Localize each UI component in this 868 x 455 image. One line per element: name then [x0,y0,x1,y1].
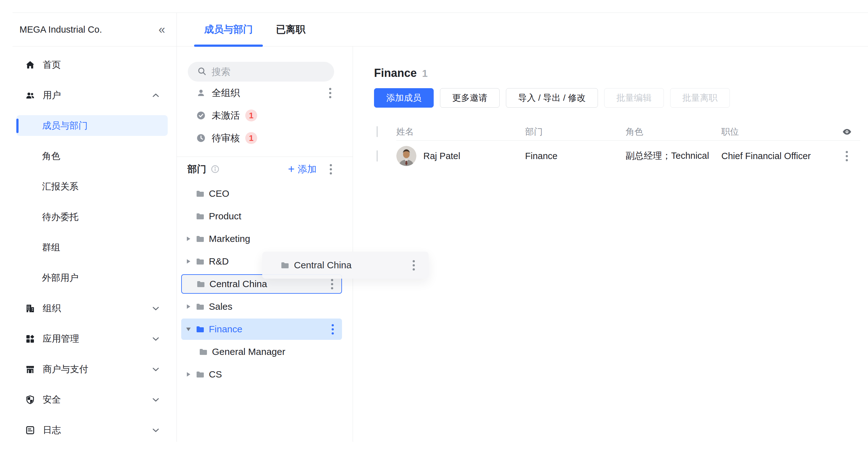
expand-arrow-icon[interactable] [186,372,191,377]
chevron-down-icon[interactable] [151,304,160,313]
app-header: MEGA Industrial Co. « 成员与部门 已离职 [12,13,868,46]
users-icon [25,90,35,100]
tree-node-general-manager[interactable]: General Manager [181,340,342,363]
search-box[interactable] [188,62,334,82]
divider [177,157,353,157]
expand-arrow-icon[interactable] [186,304,191,309]
row-more-menu-icon[interactable] [846,151,848,161]
department-more-menu-icon[interactable] [330,164,332,174]
more-invites-button[interactable]: 更多邀请 [440,88,500,108]
app-frame: MEGA Industrial Co. « 成员与部门 已离职 首页 [12,12,868,442]
filter-inactive[interactable]: 未激活 1 [177,104,353,127]
sidebar-item-merchants-payments[interactable]: 商户与支付 [12,354,177,384]
sidebar-item-logs[interactable]: 日志 [12,415,177,445]
collapse-arrow-icon[interactable] [186,328,191,331]
page-title: Finance [374,67,417,80]
tree-node-label: CEO [209,188,229,199]
sidebar-item-members-departments[interactable]: 成员与部门 [12,110,177,141]
sidebar-item-todo-delegation[interactable]: 待办委托 [12,202,177,232]
tree-node-label: Sales [209,301,232,312]
sidebar-item-external-users[interactable]: 外部用户 [12,263,177,293]
member-role: 副总经理；Technical [626,150,721,162]
folder-icon [196,280,206,289]
node-more-menu-icon[interactable] [332,324,334,334]
inactive-count-badge: 1 [245,109,257,122]
avatar [396,146,416,166]
chevron-up-icon[interactable] [151,91,160,100]
department-section-header: 部门 + 添加 [177,158,353,181]
sidebar-item-label: 待办委托 [42,211,79,223]
plus-icon: + [288,163,294,175]
chevron-down-icon[interactable] [151,426,160,434]
member-count: 1 [422,68,428,79]
journal-icon [25,425,35,435]
main-panel: Finance 1 添加成员 更多邀请 导入 / 导出 / 修改 批量编辑 批量… [353,46,868,442]
tree-node-label: Marketing [209,233,250,244]
expand-arrow-icon[interactable] [186,237,191,241]
member-row-raj-patel[interactable]: Raj Patel Finance 副总经理；Technical Chief F… [376,140,860,171]
toolbar: 添加成员 更多邀请 导入 / 导出 / 修改 批量编辑 批量离职 [374,88,868,108]
search-input[interactable] [212,67,327,77]
chevron-down-icon[interactable] [151,334,160,343]
more-menu-icon[interactable] [329,88,331,98]
batch-resign-button: 批量离职 [670,88,730,108]
sidebar-item-label: 首页 [43,59,160,71]
member-table: 姓名 部门 角色 职位 [376,123,860,171]
sidebar-item-app-management[interactable]: 应用管理 [12,324,177,354]
node-more-menu-icon[interactable] [331,279,333,289]
page-title-row: Finance 1 [374,67,868,80]
tree-node-ceo[interactable]: CEO [181,182,342,205]
folder-icon [196,325,205,334]
tree-node-finance[interactable]: Finance [181,319,342,340]
tree-node-product[interactable]: Product [181,205,342,228]
import-export-modify-button[interactable]: 导入 / 导出 / 修改 [506,88,598,108]
chevron-down-icon[interactable] [151,365,160,374]
folder-icon [196,212,205,221]
filter-all-organization[interactable]: 全组织 [177,82,353,104]
sidebar-item-roles[interactable]: 角色 [12,141,177,171]
row-checkbox[interactable] [376,150,378,162]
tree-node-rd[interactable]: R&D [181,250,342,273]
sidebar-item-users[interactable]: 用户 [12,80,177,110]
select-all-checkbox[interactable] [376,126,378,137]
clock-icon [196,133,206,143]
tree-node-cs[interactable]: CS [181,363,342,386]
sidebar-item-reporting[interactable]: 汇报关系 [12,171,177,202]
sidebar-item-organization[interactable]: 组织 [12,293,177,324]
chevron-down-icon[interactable] [151,395,160,404]
tree-node-central-china[interactable]: Central China [181,274,342,294]
shield-icon [25,395,35,405]
folder-icon [196,370,205,379]
person-icon [196,88,206,98]
filter-pending-review[interactable]: 待审核 1 [177,127,353,150]
company-name: MEGA Industrial Co. [20,25,102,35]
tab-members-departments[interactable]: 成员与部门 [194,13,263,46]
expand-arrow-icon[interactable] [186,259,191,264]
filter-label: 未激活 [212,109,240,122]
home-icon [25,60,35,70]
collapse-sidebar-icon[interactable]: « [159,24,164,35]
member-position: Chief Financial Officer [721,151,833,161]
column-header-role: 角色 [626,126,721,138]
add-member-button[interactable]: 添加成员 [374,88,434,108]
department-section-title: 部门 [187,163,206,176]
tab-resigned[interactable]: 已离职 [266,13,315,46]
add-department-button[interactable]: + 添加 [288,163,316,176]
tree-node-marketing[interactable]: Marketing [181,228,342,250]
info-icon[interactable] [211,165,219,173]
column-visibility-eye-icon[interactable] [833,127,860,137]
folder-icon [196,189,205,198]
sidebar-item-security[interactable]: 安全 [12,384,177,415]
sidebar-item-groups[interactable]: 群组 [12,232,177,263]
column-header-position: 职位 [721,126,833,138]
sidebar-item-label: 安全 [43,393,151,406]
org-switcher: MEGA Industrial Co. « [12,13,177,46]
batch-edit-button: 批量编辑 [604,88,664,108]
tree-node-sales[interactable]: Sales [181,295,342,318]
department-tree: CEO Product Marketing [177,181,353,386]
sidebar-item-label: 外部用户 [42,272,79,284]
column-header-name: 姓名 [396,126,525,138]
sidebar-item-home[interactable]: 首页 [12,50,177,80]
sidebar-item-label: 成员与部门 [42,120,88,132]
tree-node-label: Central China [210,279,267,289]
